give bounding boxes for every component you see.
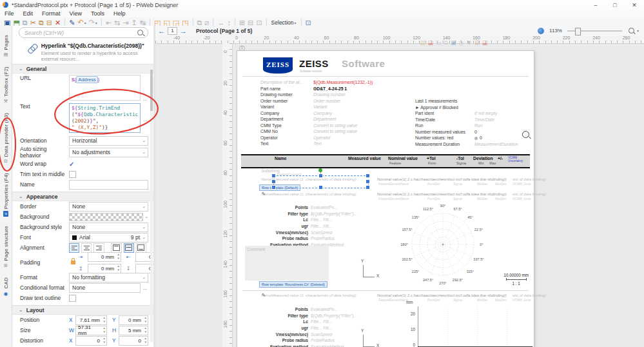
border-dropdown[interactable]: None⌄ bbox=[69, 202, 148, 212]
scrollbar-thumb[interactable] bbox=[150, 70, 153, 111]
trim-text-checkbox[interactable] bbox=[69, 171, 76, 178]
menu-file[interactable]: File bbox=[0, 10, 19, 17]
valign-bottom-button[interactable] bbox=[136, 243, 146, 253]
selection-handle[interactable] bbox=[318, 174, 323, 178]
selection-handle[interactable] bbox=[271, 174, 276, 178]
parameter-row: Filter type$(Qdb.Property("Filter")... bbox=[237, 313, 431, 319]
scale-bar-icon bbox=[506, 278, 527, 281]
history-icon[interactable]: ◷ bbox=[459, 39, 464, 46]
section-appearance[interactable]: ⌄Appearance bbox=[12, 192, 153, 201]
row-template-tag[interactable]: Row template (Default) bbox=[259, 184, 300, 191]
zoom-slider[interactable] bbox=[567, 30, 622, 32]
name-input[interactable] bbox=[69, 180, 148, 190]
text-expression-field[interactable]: ${String.TrimEnd ("${Qdb.Characteristic … bbox=[69, 103, 141, 133]
distortion-y-stepper[interactable]: 0▲▼ bbox=[119, 336, 148, 346]
lock-icon[interactable] bbox=[71, 261, 75, 264]
magnifier-icon[interactable] bbox=[522, 131, 529, 139]
stepper-arrows-icon[interactable]: ▲▼ bbox=[103, 326, 106, 334]
word-wrap-checkbox[interactable]: ✓ bbox=[69, 161, 74, 167]
folder-icon[interactable]: ▤ bbox=[420, 39, 425, 46]
next-page-button[interactable]: → bbox=[180, 27, 187, 35]
selection-handle[interactable] bbox=[366, 185, 370, 190]
export-pdf-icon[interactable]: ⬓ bbox=[428, 39, 434, 46]
conditional-format-more-button[interactable]: ... bbox=[142, 285, 148, 291]
menu-help[interactable]: Help bbox=[109, 10, 130, 17]
deleted-row-template-tag[interactable]: Row template 'Roundness.Cir' (Deleted) bbox=[259, 281, 327, 288]
tab-pages[interactable]: Pages▤ bbox=[0, 35, 12, 57]
save-icon[interactable]: ▣ bbox=[451, 39, 456, 46]
close-button[interactable]: ✕ bbox=[625, 1, 644, 10]
auto-sizing-dropdown[interactable]: No adjustments⌄ bbox=[69, 148, 148, 157]
selection-handle[interactable] bbox=[318, 185, 323, 190]
panel-scrollbar[interactable] bbox=[150, 64, 153, 342]
menu-edit[interactable]: Edit bbox=[19, 10, 38, 17]
size-height-stepper[interactable]: 5 mm▲▼ bbox=[119, 326, 148, 335]
section-layout[interactable]: ⌄Layout bbox=[12, 305, 153, 315]
row-edit-icon[interactable]: ✎ bbox=[262, 293, 266, 298]
copy-icon[interactable]: ⧉ bbox=[444, 39, 448, 46]
align-right-button[interactable] bbox=[93, 243, 104, 253]
distortion-x-stepper[interactable]: 0▲▼ bbox=[75, 336, 107, 346]
print-icon[interactable]: ⊟ bbox=[474, 39, 480, 46]
align-center-button[interactable] bbox=[81, 243, 92, 253]
comment-icon[interactable]: ▭ bbox=[436, 39, 442, 46]
orientation-dropdown[interactable]: Horizontal⌄ bbox=[69, 136, 148, 146]
tab-data-provider[interactable]: Data provider (F3)⊟ bbox=[0, 113, 12, 164]
row-edit-icon[interactable]: ✎ bbox=[262, 192, 266, 197]
selection-handle[interactable] bbox=[271, 179, 276, 184]
stepper-arrows-icon[interactable]: ▲▼ bbox=[117, 264, 120, 272]
tab-properties[interactable]: Properties (F4)≡ bbox=[0, 173, 12, 217]
fit-page-icon[interactable] bbox=[538, 28, 544, 34]
format-dropdown[interactable]: No formatting⌄ bbox=[69, 273, 148, 283]
previous-page-button[interactable]: ← bbox=[158, 27, 165, 35]
chevron-down-icon[interactable]: ▾ bbox=[637, 28, 639, 33]
tab-cad[interactable]: CAD◉ bbox=[0, 277, 12, 297]
selection-handle[interactable] bbox=[366, 179, 370, 184]
text-more-button[interactable]: ... bbox=[142, 117, 148, 123]
background-style-dropdown[interactable]: None⌄ bbox=[69, 223, 148, 232]
minimize-button[interactable]: – bbox=[586, 1, 605, 10]
stepper-arrows-icon[interactable]: ▲▼ bbox=[103, 316, 106, 324]
selection-handle[interactable] bbox=[271, 185, 276, 190]
zoom-slider-thumb[interactable] bbox=[575, 28, 581, 35]
document-page[interactable]: ZEISS ZEISS Software Software revision D… bbox=[237, 50, 534, 347]
address-token[interactable]: Address bbox=[76, 76, 98, 83]
page-number-input[interactable]: 1 bbox=[168, 27, 177, 35]
url-field[interactable]: ${Address} bbox=[69, 75, 141, 101]
stepper-arrows-icon[interactable]: ▲▼ bbox=[144, 316, 147, 324]
url-more-button[interactable]: ... bbox=[142, 96, 148, 102]
conditional-format-field[interactable]: None bbox=[69, 283, 141, 293]
tab-toolbox[interactable]: Toolbox (F2)⚒ bbox=[0, 66, 12, 104]
export-icon[interactable]: ⬓ bbox=[482, 39, 488, 46]
ghost-row-subtext: Sigma bbox=[453, 183, 462, 186]
section-general[interactable]: ⌄General bbox=[12, 64, 153, 74]
comment-placeholder-box[interactable]: Comment bbox=[245, 246, 329, 281]
font-dropdown[interactable]: Arial9 pt⌄ bbox=[69, 233, 148, 243]
search-icon[interactable] bbox=[137, 30, 143, 35]
stepper-arrows-icon[interactable]: ▲▼ bbox=[117, 253, 120, 261]
background-swatch[interactable] bbox=[69, 213, 143, 221]
filter-icon[interactable]: ▼ bbox=[466, 39, 472, 46]
zoom-icon[interactable] bbox=[629, 28, 634, 34]
roundness-polar-plot[interactable]: 0°22.5°45°67.5°90°112.5°135°157.5°180°20… bbox=[395, 198, 491, 291]
stepper-arrows-icon[interactable]: ▲▼ bbox=[103, 337, 106, 344]
menu-tools[interactable]: Tools bbox=[86, 10, 109, 17]
valign-middle-button[interactable] bbox=[124, 243, 134, 253]
size-width-stepper[interactable]: 57.31 mm▲▼ bbox=[75, 326, 107, 335]
draw-text-outline-checkbox[interactable] bbox=[69, 295, 76, 302]
padding-stepper[interactable]: 0 mm▲▼ bbox=[88, 264, 121, 273]
maximize-button[interactable]: □ bbox=[605, 1, 625, 10]
tab-page-structure[interactable]: Page structure⊞ bbox=[0, 226, 12, 268]
position-y-stepper[interactable]: 0 mm▲▼ bbox=[119, 315, 148, 325]
align-left-button[interactable] bbox=[69, 243, 79, 253]
padding-stepper[interactable]: 0 mm▲▼ bbox=[88, 252, 121, 262]
menu-format[interactable]: Format bbox=[37, 10, 65, 17]
valign-top-button[interactable] bbox=[111, 243, 121, 253]
selection-mode-dropdown[interactable]: Selection▾ bbox=[271, 19, 297, 26]
stepper-arrows-icon[interactable]: ▲▼ bbox=[144, 326, 147, 334]
menu-view[interactable]: View bbox=[65, 10, 86, 17]
position-x-stepper[interactable]: 7.61 mm▲▼ bbox=[75, 315, 107, 325]
selection-handle[interactable] bbox=[366, 174, 370, 178]
stepper-arrows-icon[interactable]: ▲▼ bbox=[144, 337, 147, 344]
search-box[interactable]: Search (Ctrl+W) bbox=[19, 27, 148, 38]
